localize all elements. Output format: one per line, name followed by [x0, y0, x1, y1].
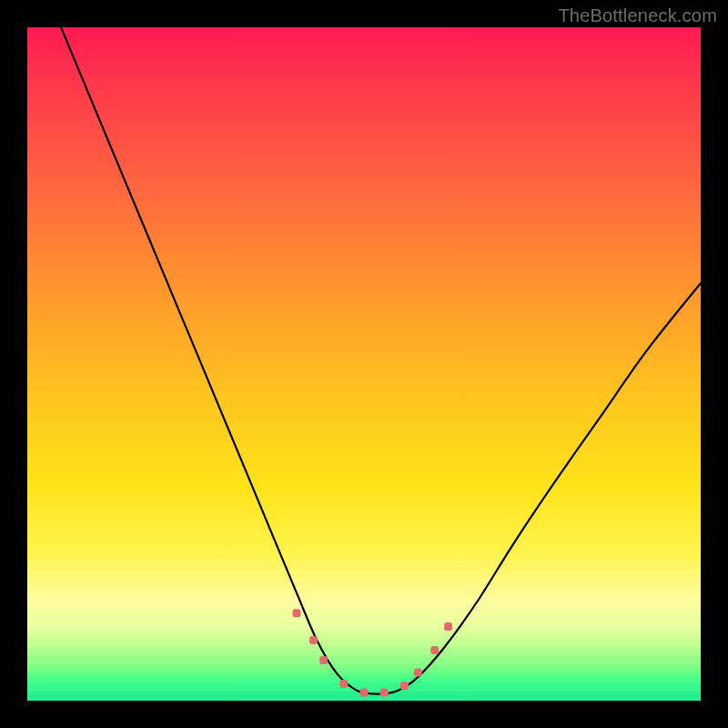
marker-point — [414, 668, 422, 676]
marker-point — [319, 656, 328, 664]
marker-point — [360, 689, 369, 697]
marker-point — [380, 689, 389, 697]
watermark-text: TheBottleneck.com — [558, 5, 717, 26]
marker-point — [309, 636, 318, 644]
marker-point — [339, 680, 348, 688]
marker-point — [400, 682, 409, 690]
chart-plot-area — [27, 27, 701, 701]
marker-point — [444, 622, 452, 631]
chart-frame: TheBottleneck.com — [0, 0, 728, 728]
marker-point — [293, 609, 301, 617]
marker-point — [430, 646, 439, 654]
highlight-markers — [293, 609, 453, 696]
chart-svg — [27, 27, 701, 701]
bottleneck-curve — [61, 27, 701, 694]
